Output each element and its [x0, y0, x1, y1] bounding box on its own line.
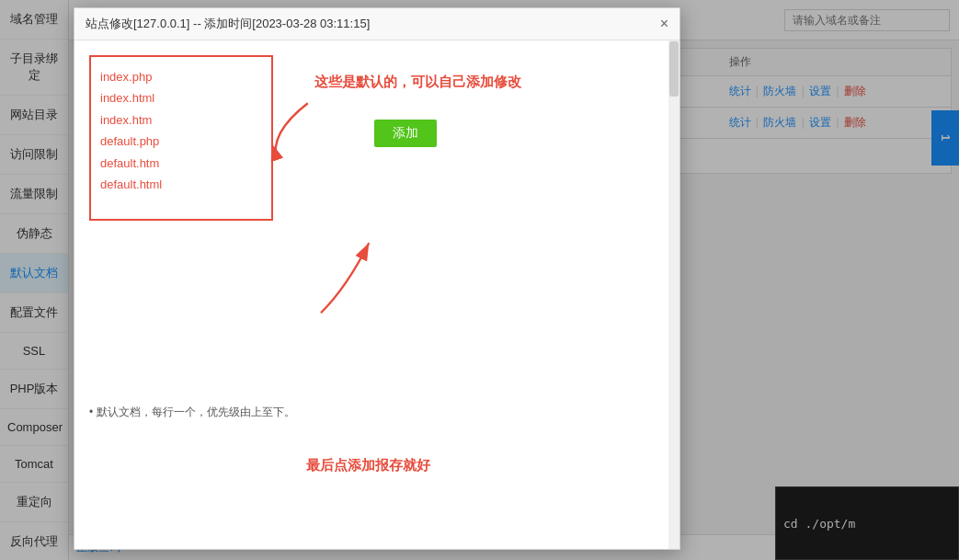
file-item-6[interactable]: default.html [100, 174, 262, 195]
hint-text: 默认文档，每行一个，优先级由上至下。 [89, 405, 646, 420]
annotation-text-2: 最后点添加报存就好 [89, 457, 646, 474]
default-docs-section: index.php index.html index.htm default.p… [89, 55, 665, 474]
add-button[interactable]: 添加 [374, 120, 437, 147]
file-item-3[interactable]: index.htm [100, 109, 262, 131]
modal-dialog: 站点修改[127.0.0.1] -- 添加时间[2023-03-28 03:11… [74, 7, 680, 550]
modal-scrollbar[interactable] [668, 40, 679, 549]
file-item-2[interactable]: index.html [100, 87, 262, 109]
file-item-4[interactable]: default.php [100, 131, 262, 152]
modal-body: index.php index.html index.htm default.p… [74, 40, 679, 549]
annotation-text-1: 这些是默认的，可以自己添加修改 [314, 74, 521, 91]
close-icon[interactable]: × [660, 17, 668, 31]
scrollbar-thumb[interactable] [669, 41, 679, 97]
modal-titlebar: 站点修改[127.0.0.1] -- 添加时间[2023-03-28 03:11… [74, 8, 679, 40]
docs-list-box[interactable]: index.php index.html index.htm default.p… [89, 55, 273, 221]
file-item-5[interactable]: default.htm [100, 153, 262, 174]
modal-title: 站点修改[127.0.0.1] -- 添加时间[2023-03-28 03:11… [86, 16, 370, 32]
file-item-1[interactable]: index.php [100, 66, 262, 87]
